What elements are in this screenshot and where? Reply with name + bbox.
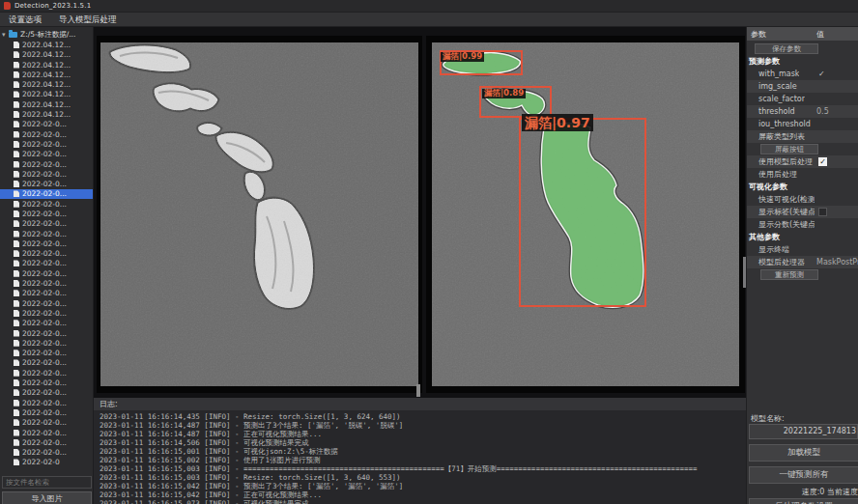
tree-file-item[interactable]: 2022-02-0... (0, 169, 94, 179)
param-row[interactable]: threshold0.5 (747, 105, 858, 118)
tree-root-folder[interactable]: ▾ Z:/5-标注数据/... (0, 30, 94, 40)
file-name: 2022-02-0... (22, 349, 67, 357)
file-icon (14, 389, 19, 396)
param-row[interactable]: 显示终端 (747, 243, 858, 256)
file-icon (14, 111, 19, 118)
tree-file-item[interactable]: 2022-02-0... (0, 447, 94, 457)
tree-file-item[interactable]: 2022-02-0... (0, 120, 94, 129)
tree-file-item[interactable]: 2022-02-0... (0, 259, 94, 268)
tree-file-item[interactable]: 2022-02-0... (0, 308, 94, 318)
tree-file-item[interactable]: 2022-02-0... (0, 199, 94, 209)
tree-file-item[interactable]: 2022-02-0... (0, 268, 94, 278)
tree-file-item[interactable]: 2022-02-0... (0, 388, 94, 398)
tree-file-item[interactable]: 2022-02-0... (0, 289, 94, 298)
tree-file-item[interactable]: 2022-02-0... (0, 298, 94, 308)
param-row[interactable]: 快速可视化(检测) (747, 193, 858, 206)
save-params-button[interactable]: 保存参数 (755, 43, 818, 54)
file-icon (14, 430, 19, 436)
checkbox-unchecked[interactable] (818, 208, 827, 216)
tree-file-item[interactable]: 2022-02-0... (0, 150, 94, 159)
tree-file-item[interactable]: 2022.04.12... (0, 109, 94, 119)
tree-file-item[interactable]: 2022-02-0... (0, 319, 94, 328)
param-row: 屏蔽按钮 (747, 143, 858, 155)
tree-file-item[interactable]: 2022-02-0... (0, 437, 94, 447)
scrollbar-handle[interactable] (416, 384, 420, 397)
tree-file-item[interactable]: 2022-02-0... (0, 249, 94, 259)
tree-file-item[interactable]: 2022-02-0... (0, 358, 94, 368)
detection-label: 漏箔|0.97 (522, 114, 593, 131)
speed-text: 速度:0 当前速度 (747, 487, 858, 496)
param-row[interactable]: 使用模型后处理✓ (747, 155, 858, 168)
file-icon (14, 300, 19, 307)
param-row: 重新预测 (747, 268, 858, 281)
tree-file-item[interactable]: 2022.04.12... (0, 60, 94, 70)
param-row[interactable]: scale_factor (747, 93, 858, 105)
param-row[interactable]: iou_threshold (747, 118, 858, 130)
tree-file-item[interactable]: 2022.04.12... (0, 90, 94, 99)
model-name-field[interactable]: 20221225_174813 (749, 424, 858, 439)
original-image-panel[interactable] (97, 36, 422, 393)
tree-file-item[interactable]: 2022.04.12... (0, 70, 94, 79)
tree-file-item[interactable]: 2022-02-0... (0, 349, 94, 358)
tree-file-item[interactable]: 2022-02-0... (0, 139, 94, 149)
predict-all-button[interactable]: 一键预测所有 (749, 466, 858, 484)
menu-import-model-postprocess[interactable]: 导入模型后处理 (50, 13, 126, 27)
menu-settings[interactable]: 设置选项 (0, 13, 50, 27)
tree-file-item[interactable]: 2022-02-0... (0, 209, 94, 218)
params-scrollbar-handle[interactable] (743, 257, 746, 288)
value-col-header: 值 (816, 29, 824, 40)
log-line: 2023-01-11 16:16:14,435 [INFO] - Resize:… (100, 412, 746, 421)
checkbox-checked[interactable]: ✓ (818, 157, 827, 166)
tree-file-item[interactable]: 2022-02-0 (0, 458, 94, 467)
title-bar: Detection_2023.1.5.1 (0, 0, 858, 13)
tree-file-item[interactable]: 2022-02-0... (0, 407, 94, 417)
tree-file-item[interactable]: 2022-02-0... (0, 189, 94, 199)
param-row[interactable]: 模型后处理器MaskPostPro (747, 256, 858, 268)
prediction-image-panel[interactable]: 漏箔|0.99漏箔|0.89漏箔|0.97 (426, 36, 745, 393)
tree-file-item[interactable]: 2022.04.12... (0, 99, 94, 109)
file-name: 2022.04.12... (22, 41, 71, 49)
tree-file-item[interactable]: 2022-02-0... (0, 368, 94, 378)
param-row[interactable]: with_mask✓ (747, 68, 858, 80)
tree-file-item[interactable]: 2022-02-0... (0, 159, 94, 169)
file-icon (14, 439, 19, 446)
file-name: 2022-02-0 (22, 458, 60, 466)
tree-file-item[interactable]: 2022.04.12... (0, 50, 94, 60)
log-lines: 2023-01-11 16:16:14,435 [INFO] - Resize:… (94, 410, 746, 504)
tree-file-item[interactable]: 2022-02-0... (0, 338, 94, 348)
file-name: 2022-02-0... (22, 448, 67, 457)
param-row[interactable]: 屏蔽类型列表 (747, 130, 858, 143)
tree-file-item[interactable]: 2022-02-0... (0, 398, 94, 407)
load-model-button[interactable]: 加载模型 (749, 444, 858, 462)
tree-file-item[interactable]: 2022-02-0... (0, 328, 94, 338)
tree-file-item[interactable]: 2022-02-0... (0, 418, 94, 428)
postprocess-settings-button[interactable]: 后处理参数设置 (749, 498, 858, 504)
param-row[interactable]: 显示分数(关键点) (747, 218, 858, 231)
param-label: 模型后处理器 (747, 256, 805, 268)
tree-file-item[interactable]: 2022-02-0... (0, 238, 94, 248)
re-predict-button[interactable]: 重新预测 (760, 269, 818, 280)
param-row[interactable]: 使用后处理 (747, 168, 858, 181)
params-panel: 参数 值 保存参数预测参数with_mask✓img_scalescale_fa… (746, 27, 858, 504)
import-images-button[interactable]: 导入图片 (2, 491, 92, 504)
tree-file-item[interactable]: 2022-02-0... (0, 378, 94, 387)
tree-file-item[interactable]: 2022.04.12... (0, 40, 94, 49)
tree-file-item[interactable]: 2022-02-0... (0, 229, 94, 238)
chevron-down-icon: ▾ (2, 31, 9, 39)
app-logo-icon (4, 2, 11, 10)
tree-file-item[interactable]: 2022.04.12... (0, 79, 94, 89)
search-input[interactable] (2, 476, 92, 489)
file-name: 2022-02-0... (22, 438, 67, 447)
tree-file-item[interactable]: 2022-02-0... (0, 179, 94, 188)
param-row[interactable]: 显示标签(关键点) (747, 206, 858, 218)
tree-file-item[interactable]: 2022-02-0... (0, 428, 94, 437)
tree-file-item[interactable]: 2022-02-0... (0, 219, 94, 229)
tree-file-item[interactable]: 2022-02-0... (0, 278, 94, 288)
file-icon (14, 71, 19, 78)
tree-file-item[interactable]: 2022-02-0... (0, 129, 94, 139)
mask-types-button[interactable]: 屏蔽按钮 (760, 144, 818, 154)
log-line: 2023-01-11 16:16:14,506 [INFO] - 可视化预测结果… (100, 438, 746, 447)
file-name: 2022-02-0... (22, 289, 67, 297)
file-icon (14, 210, 19, 217)
param-row[interactable]: img_scale (747, 80, 858, 93)
